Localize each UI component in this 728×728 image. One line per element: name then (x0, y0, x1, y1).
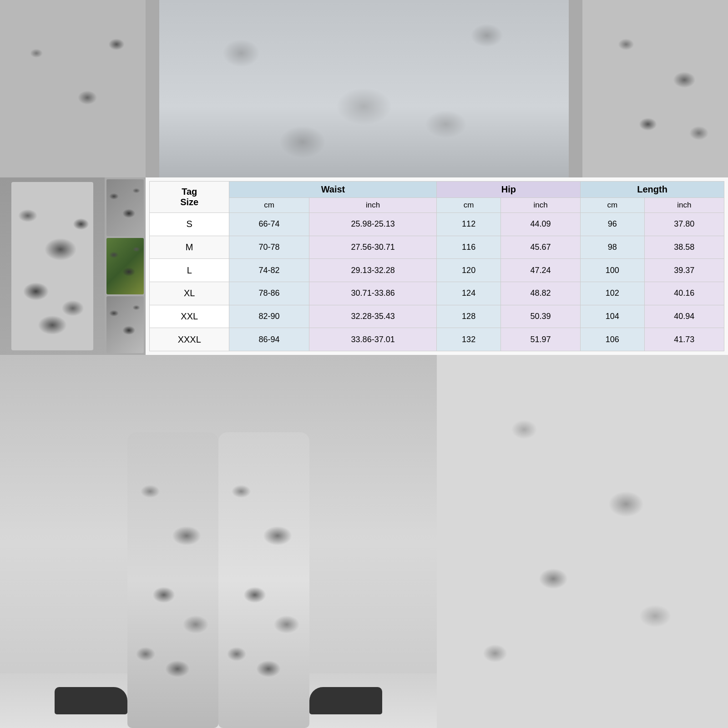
waist-cm-cell: 74-82 (229, 259, 309, 282)
table-row: M 70-78 27.56-30.71 116 45.67 98 38.58 (150, 236, 724, 259)
leg-right (218, 432, 309, 728)
left-photo-area (0, 177, 105, 355)
len-inch-cell: 41.73 (644, 328, 724, 351)
size-cell: XXXL (150, 328, 229, 351)
len-inch-cell: 40.16 (644, 282, 724, 305)
len-cm-cell: 100 (581, 259, 644, 282)
len-cm-cell: 102 (581, 282, 644, 305)
tag-size-header: Tag Size (150, 182, 229, 213)
length-header: Length (581, 182, 724, 198)
left-big-photo (11, 182, 93, 350)
top-left-photo (0, 0, 146, 177)
waist-cm-cell: 86-94 (229, 328, 309, 351)
bottom-row (0, 355, 728, 728)
len-cm-cell: 96 (581, 213, 644, 236)
small-photo-2 (106, 238, 144, 295)
table-row: L 74-82 29.13-32.28 120 47.24 100 39.37 (150, 259, 724, 282)
leg-left (127, 432, 218, 728)
hip-cm-cell: 128 (437, 305, 500, 328)
size-cell: M (150, 236, 229, 259)
hip-inch-cell: 51.97 (500, 328, 580, 351)
hip-cm-header: cm (437, 198, 500, 213)
len-inch-cell: 39.37 (644, 259, 724, 282)
hip-header: Hip (437, 182, 581, 198)
waist-inch-cell: 33.86-37.01 (309, 328, 437, 351)
hip-cm-cell: 112 (437, 213, 500, 236)
len-inch-cell: 38.58 (644, 236, 724, 259)
hip-inch-header: inch (500, 198, 580, 213)
len-cm-cell: 106 (581, 328, 644, 351)
waist-inch-cell: 29.13-32.28 (309, 259, 437, 282)
size-cell: XXL (150, 305, 229, 328)
bottom-right-photo (437, 355, 728, 728)
hip-inch-cell: 50.39 (500, 305, 580, 328)
hip-inch-cell: 44.09 (500, 213, 580, 236)
size-cell: L (150, 259, 229, 282)
small-photos-col (105, 177, 146, 355)
table-row: S 66-74 25.98-25.13 112 44.09 96 37.80 (150, 213, 724, 236)
waist-cm-cell: 78-86 (229, 282, 309, 305)
waist-cm-cell: 82-90 (229, 305, 309, 328)
waist-inch-cell: 30.71-33.86 (309, 282, 437, 305)
hip-inch-cell: 47.24 (500, 259, 580, 282)
size-cell: XL (150, 282, 229, 305)
size-chart: Tag Size Waist Hip Length cm inch cm inc… (146, 177, 728, 355)
hip-cm-cell: 116 (437, 236, 500, 259)
waist-inch-cell: 32.28-35.43 (309, 305, 437, 328)
hip-inch-cell: 48.82 (500, 282, 580, 305)
hip-cm-cell: 132 (437, 328, 500, 351)
len-inch-cell: 37.80 (644, 213, 724, 236)
len-cm-cell: 98 (581, 236, 644, 259)
hip-cm-cell: 120 (437, 259, 500, 282)
waist-cm-cell: 66-74 (229, 213, 309, 236)
waist-cm-cell: 70-78 (229, 236, 309, 259)
table-header-row-1: Tag Size Waist Hip Length (150, 182, 724, 198)
waist-inch-cell: 25.98-25.13 (309, 213, 437, 236)
len-inch-cell: 40.94 (644, 305, 724, 328)
small-photo-3 (106, 296, 144, 353)
hip-inch-cell: 45.67 (500, 236, 580, 259)
table-row: XXXL 86-94 33.86-37.01 132 51.97 106 41.… (150, 328, 724, 351)
shoe-left (55, 687, 127, 714)
top-center-photo (159, 0, 569, 177)
waist-inch-header: inch (309, 198, 437, 213)
small-photo-1 (106, 179, 144, 236)
len-cm-header: cm (581, 198, 644, 213)
table-row: XXL 82-90 32.28-35.43 128 50.39 104 40.9… (150, 305, 724, 328)
size-table: Tag Size Waist Hip Length cm inch cm inc… (149, 181, 724, 351)
table-row: XL 78-86 30.71-33.86 124 48.82 102 40.16 (150, 282, 724, 305)
pants-legs (105, 410, 332, 728)
hip-cm-cell: 124 (437, 282, 500, 305)
len-cm-cell: 104 (581, 305, 644, 328)
bottom-left-photo (0, 355, 437, 728)
page-wrapper: Tag Size Waist Hip Length cm inch cm inc… (0, 0, 728, 728)
waist-cm-header: cm (229, 198, 309, 213)
waist-header: Waist (229, 182, 437, 198)
size-cell: S (150, 213, 229, 236)
main-row: Tag Size Waist Hip Length cm inch cm inc… (0, 177, 728, 355)
table-header-row-2: cm inch cm inch cm inch (150, 198, 724, 213)
shoe-right (309, 687, 382, 714)
top-right-photo (582, 0, 728, 177)
waist-inch-cell: 27.56-30.71 (309, 236, 437, 259)
len-inch-header: inch (644, 198, 724, 213)
